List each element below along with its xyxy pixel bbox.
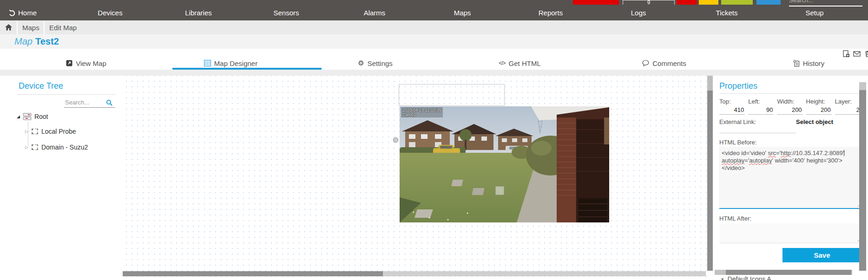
- properties-vertical-scrollbar[interactable]: [859, 82, 866, 271]
- width-input[interactable]: [777, 106, 802, 115]
- height-input[interactable]: [806, 106, 832, 115]
- tree-item-label: Root: [34, 113, 48, 120]
- topbar-search-underline: [789, 6, 862, 7]
- tab-label: Get HTML: [509, 59, 541, 67]
- nav-item-label: Libraries: [185, 9, 212, 17]
- nav-item-label: Sensors: [273, 9, 299, 17]
- field-label: Left:: [748, 98, 773, 106]
- nav-item-sensors[interactable]: Sensors: [273, 5, 299, 20]
- properties-horizontal-scrollbar[interactable]: [715, 270, 852, 275]
- map-canvas[interactable]: 2020-04-23 12:10:35 Cam01: [122, 76, 707, 280]
- external-link-row: External Link: Select object: [719, 118, 860, 125]
- search-icon[interactable]: [106, 99, 113, 106]
- nav-item-label: Reports: [539, 9, 563, 17]
- tree-item-local-probe[interactable]: ▷ Local Probe: [25, 128, 76, 135]
- object-resize-handle[interactable]: [495, 186, 504, 195]
- nav-item-tickets[interactable]: Tickets: [716, 5, 738, 20]
- nav-item-label: Alarms: [364, 9, 386, 17]
- status-box-alarms-red[interactable]: [677, 0, 697, 5]
- camera-timestamp: 2020-04-23 12:10:35: [402, 108, 441, 112]
- layer-input[interactable]: [835, 106, 861, 115]
- status-box-selected[interactable]: g: [623, 0, 675, 5]
- scrollbar-thumb[interactable]: [707, 76, 713, 91]
- topbar-search-input[interactable]: Search...: [789, 0, 813, 4]
- canvas-horizontal-scrollbar[interactable]: [123, 271, 706, 276]
- nav-item-logs[interactable]: Logs: [631, 5, 646, 20]
- map-designer-icon: [204, 60, 211, 66]
- nav-item-setup[interactable]: Setup: [805, 5, 823, 20]
- field-width: Width:: [777, 98, 802, 115]
- selection-rect[interactable]: [399, 84, 505, 106]
- tree-item-label: Domain - Suzu2: [41, 143, 88, 151]
- tab-bar: View Map Map Designer ⚙Settings </>Get H…: [14, 57, 868, 70]
- html-before-label: HTML Before:: [719, 139, 756, 146]
- field-label: Width:: [777, 98, 802, 106]
- search-input[interactable]: [64, 98, 106, 107]
- select-object-button[interactable]: Select object: [796, 118, 833, 125]
- tab-map-designer[interactable]: Map Designer: [158, 57, 303, 70]
- save-button[interactable]: Save: [783, 248, 861, 262]
- nav-item-devices[interactable]: Devices: [98, 5, 122, 20]
- external-link-input[interactable]: [719, 132, 796, 133]
- status-box-warning-yellow[interactable]: [699, 0, 718, 5]
- history-icon: [793, 60, 800, 67]
- expand-icon[interactable]: ▷: [25, 129, 28, 134]
- scrollbar-thumb[interactable]: [859, 82, 866, 90]
- default-icons-label: Default Icons A: [728, 275, 771, 280]
- home-icon[interactable]: [0, 20, 17, 34]
- divider: [17, 94, 115, 95]
- tab-comments[interactable]: Comments: [592, 57, 736, 70]
- scrollbar-thumb[interactable]: [123, 271, 383, 276]
- collapse-icon[interactable]: ◢: [17, 114, 20, 119]
- status-strip: g Search...: [0, 0, 868, 5]
- main-nav-bar: Home Devices Libraries Sensors Alarms Ma…: [0, 5, 868, 20]
- tree-item-label: Local Probe: [41, 128, 76, 135]
- html-before-editor[interactable]: <video id='video' src='http://10.35.147.…: [719, 147, 862, 209]
- nav-item-alarms[interactable]: Alarms: [364, 5, 386, 20]
- nav-item-label: Maps: [454, 9, 471, 17]
- breadcrumb-item-maps[interactable]: Maps: [22, 20, 39, 34]
- status-box-unusual-olive[interactable]: [721, 0, 753, 5]
- nav-item-home[interactable]: Home: [8, 5, 37, 20]
- view-map-icon: [66, 60, 72, 66]
- tree-item-root[interactable]: ◢ Root: [17, 113, 48, 120]
- gear-icon: ⚙: [358, 60, 364, 66]
- camera-snapshot: [400, 106, 609, 222]
- left-input[interactable]: [748, 106, 774, 115]
- tab-settings[interactable]: ⚙Settings: [303, 57, 447, 70]
- chevron-down-icon: ▾: [721, 276, 724, 280]
- tab-view-map[interactable]: View Map: [14, 57, 158, 70]
- title-bar: Map Test2: [0, 34, 868, 49]
- nav-item-label: Home: [18, 9, 37, 17]
- tree-item-domain-suzu2[interactable]: ▷ Domain - Suzu2: [25, 143, 88, 151]
- page-title-prefix: Map: [14, 36, 33, 47]
- tab-bar-shadow: [0, 70, 868, 76]
- expand-icon[interactable]: ▷: [25, 145, 28, 150]
- html-after-editor[interactable]: [719, 223, 862, 243]
- connection-handle-dot[interactable]: [393, 137, 398, 143]
- properties-panel: Properties Top: Left: Width: Height: Lay…: [715, 76, 868, 280]
- top-input[interactable]: [719, 106, 745, 115]
- tab-get-html[interactable]: </>Get HTML: [447, 57, 592, 70]
- nav-item-label: Devices: [98, 9, 122, 17]
- camera-object[interactable]: 2020-04-23 12:10:35 Cam01: [400, 106, 609, 222]
- nav-item-maps[interactable]: Maps: [454, 5, 471, 20]
- status-box-alarms-red-wide[interactable]: [573, 0, 619, 5]
- nav-item-libraries[interactable]: Libraries: [185, 5, 212, 20]
- tab-history[interactable]: History: [736, 57, 868, 70]
- scrollbar-thumb[interactable]: [726, 270, 851, 275]
- canvas-vertical-scrollbar[interactable]: [707, 76, 713, 271]
- field-left: Left:: [748, 98, 773, 115]
- nav-item-label: Logs: [631, 9, 646, 17]
- default-icons-toggle[interactable]: ▾ Default Icons A: [721, 275, 771, 280]
- device-tree-title: Device Tree: [19, 81, 63, 91]
- prtg-map-editor-page: g Search... Home Devices Libraries Senso…: [0, 0, 868, 280]
- tab-label: Settings: [368, 59, 393, 67]
- external-link-label: External Link:: [719, 118, 756, 125]
- probe-icon: [31, 144, 39, 150]
- breadcrumb-item-edit-map[interactable]: Edit Map: [49, 20, 77, 34]
- nav-item-reports[interactable]: Reports: [539, 5, 563, 20]
- breadcrumb-divider: [44, 20, 45, 34]
- house-icon: [5, 24, 12, 31]
- status-box-paused-blue[interactable]: [756, 0, 781, 5]
